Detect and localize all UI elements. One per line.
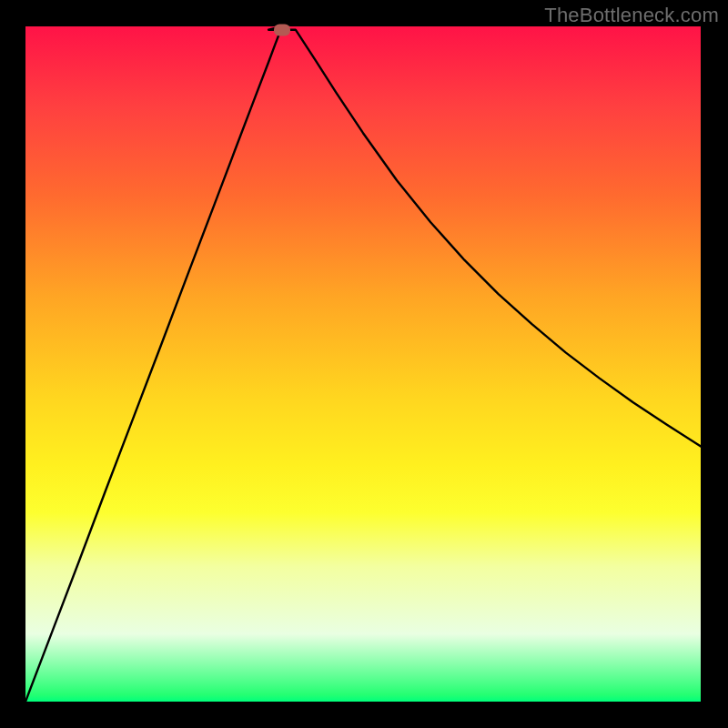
- valley-marker: [274, 24, 290, 35]
- watermark-text: TheBottleneck.com: [544, 4, 719, 27]
- bottleneck-curve: [25, 26, 701, 702]
- gradient-plot-area: [25, 26, 701, 702]
